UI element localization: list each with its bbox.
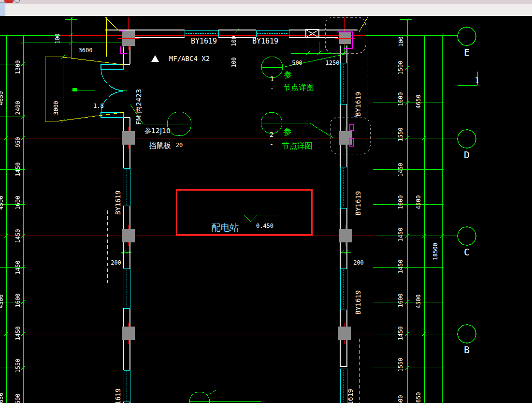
dim-label: 1550 (398, 128, 403, 142)
dim-label: 1450 (398, 228, 403, 242)
cad-application-window: BY1619 BY1619 100 100 MF/ABC4 X2 3600 10… (0, 0, 532, 403)
dimension-ticks (4, 17, 444, 370)
dimension-lines-green (0, 17, 458, 403)
callout-bubble-bottom: - (270, 141, 273, 148)
dim-label: 1300 (15, 60, 21, 75)
dim-label: 200 (353, 260, 364, 266)
grid-bubbles (458, 27, 476, 343)
callout-bubble-top: - (177, 133, 181, 138)
callout-note: 节点详图 (282, 142, 313, 150)
dim-label: 1600 (398, 395, 403, 403)
dim-label: 1450 (15, 327, 21, 341)
dim-label: 950 (15, 137, 21, 148)
window-tag: BY1619 (347, 389, 354, 403)
dim-label: 4650 (416, 95, 421, 109)
structural-columns (122, 30, 352, 340)
grid-bubble-B: B (464, 345, 470, 355)
hidden-lines-yellow (107, 16, 368, 403)
grid-lines-red (0, 17, 377, 344)
grid-bubble-C: C (464, 247, 470, 257)
door-tag: FM 丙2423 (135, 89, 142, 125)
callout-label: 挡鼠板 (149, 142, 171, 149)
double-door-symbol (101, 64, 123, 118)
dim-label: 1450 (398, 260, 403, 274)
toolbar-icon-fragment (14, 0, 20, 3)
callout-bubble-bottom: - (270, 85, 274, 92)
dim-label: 4500 (0, 295, 4, 309)
dim-label: 18500 (432, 243, 438, 260)
dim-label: 1600 (398, 294, 403, 308)
dim-label: 3600 (79, 47, 93, 53)
dim-label: 3000 (53, 101, 59, 115)
window-tag: BY1619 (252, 38, 278, 45)
dim-label: 4650 (0, 393, 4, 403)
window-tag: BY1619 (115, 388, 121, 403)
dim-label: 4500 (0, 196, 4, 210)
dim-label: 200 (111, 260, 121, 266)
dim-label: 4650 (0, 91, 4, 105)
dim-label: 1450 (15, 229, 21, 243)
dim-label: 1450 (398, 327, 403, 341)
dim-label: 500 (292, 60, 302, 66)
dim-label: 1500 (398, 61, 403, 75)
callout-leaders (130, 54, 477, 403)
dim-label: 1550 (398, 358, 403, 372)
dim-label: 1600 (15, 294, 21, 308)
dim-label: 4500 (416, 195, 421, 209)
dim-label: 1250 (326, 60, 340, 66)
callout-bubble-top: 2 (270, 131, 273, 138)
callout-ref: 参12J10 (144, 127, 171, 134)
toolbar-button-fragment[interactable] (0, 2, 5, 15)
toolbar-strip (0, 0, 532, 16)
dim-label: 4500 (416, 295, 421, 309)
dim-label: 4650 (416, 392, 421, 403)
dim-label: 1550 (15, 359, 21, 373)
window-tag: BY1619 (191, 38, 217, 45)
window-tag: BY1619 (355, 290, 361, 315)
window-tag: BY1619 (115, 191, 121, 215)
extinguisher-label: MF/ABC4 X2 (169, 55, 210, 62)
slope-arrow-icon (72, 88, 77, 91)
dim-label: 1600 (398, 195, 403, 209)
grid-bubble-D: D (464, 150, 470, 160)
dim-label: 1450 (15, 163, 21, 177)
elevation-value: 0.450 (256, 223, 273, 229)
wall-lines (105, 30, 358, 403)
callout-ref: 参 (284, 128, 292, 136)
dim-label: 1600 (15, 394, 21, 403)
selection-highlight-rect[interactable] (176, 190, 312, 235)
elevation-marker (243, 215, 278, 222)
section-mark-label: 1 (474, 77, 479, 85)
callout-note: 节点详图 (283, 84, 314, 91)
callout-ref: 参 (284, 71, 292, 79)
app-logo-fragment-icon (4, 0, 14, 3)
dim-label: 1600 (398, 92, 403, 106)
grid-bubble-E: E (464, 47, 470, 57)
dim-label: 100 (398, 36, 404, 47)
window-tag: BY1619 (355, 92, 361, 117)
window-tag: BY1619 (355, 191, 361, 216)
dim-label: 1450 (398, 163, 403, 177)
dim-label: 1600 (15, 196, 21, 210)
dim-label: 100 (55, 33, 60, 44)
dim-label: 100 (231, 36, 237, 46)
callout-bubble-bottom: 20 (176, 142, 183, 148)
drawing-canvas[interactable]: BY1619 BY1619 100 100 MF/ABC4 X2 3600 10… (0, 16, 532, 403)
extinguisher-triangle-icon (151, 55, 159, 62)
room-name[interactable]: 配电站 (212, 223, 239, 232)
slope-label: 1.8 (93, 103, 104, 109)
callout-bubble-top: 1 (270, 75, 274, 82)
dim-label: 1450 (15, 261, 21, 275)
dim-label: 2400 (15, 101, 21, 115)
dim-label: 100 (231, 57, 237, 68)
drawing-linework (0, 16, 532, 403)
